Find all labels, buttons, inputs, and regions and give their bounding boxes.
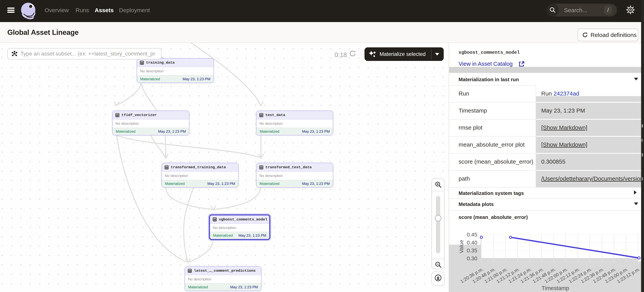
svg-text:0.45: 0.45 [467,232,478,238]
svg-text:Value: Value [458,240,464,253]
svg-text:Timestamp: Timestamp [542,285,569,291]
svg-text:0.40: 0.40 [467,240,478,246]
svg-text:0.30: 0.30 [467,255,478,261]
svg-text:0.35: 0.35 [467,247,478,253]
